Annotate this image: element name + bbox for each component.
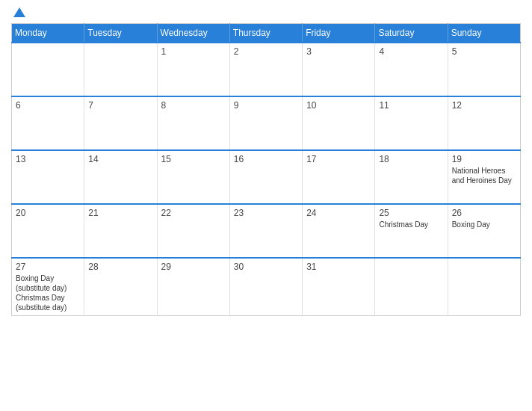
weekday-header-sunday: Sunday [448, 24, 520, 43]
day-cell: 30 [229, 258, 302, 316]
day-number: 29 [161, 262, 226, 272]
day-number: 16 [234, 154, 298, 164]
day-cell: 7 [84, 96, 157, 150]
day-cell: 22 [157, 204, 229, 258]
day-cell: 26Boxing Day [448, 204, 520, 258]
day-number: 4 [379, 46, 443, 57]
day-number: 15 [161, 154, 226, 164]
day-number: 5 [452, 46, 516, 57]
logo [11, 7, 25, 19]
day-cell: 10 [303, 96, 375, 150]
day-cell: 23 [229, 204, 302, 258]
event-label: Christmas Day [379, 220, 428, 229]
day-number: 2 [234, 46, 298, 57]
day-number: 19 [452, 154, 516, 164]
weekday-header-thursday: Thursday [229, 24, 302, 43]
week-row-5: 27Boxing Day (substitute day)Christmas D… [12, 258, 521, 316]
day-number: 18 [379, 154, 443, 164]
day-number: 31 [306, 262, 371, 272]
day-number: 27 [16, 262, 80, 272]
day-number: 11 [379, 100, 443, 111]
day-cell: 16 [229, 150, 302, 204]
weekday-header-wednesday: Wednesday [157, 24, 229, 43]
event-label: Christmas Day (substitute day) [16, 294, 66, 312]
day-cell: 28 [84, 258, 157, 316]
day-number: 28 [88, 262, 152, 272]
day-number: 20 [16, 208, 80, 218]
week-row-1: 12345 [12, 43, 521, 96]
day-cell: 29 [157, 258, 229, 316]
calendar-table: MondayTuesdayWednesdayThursdayFridaySatu… [11, 23, 521, 316]
day-cell [84, 43, 157, 96]
day-cell: 13 [12, 150, 84, 204]
weekday-header-friday: Friday [303, 24, 375, 43]
day-cell: 5 [448, 43, 520, 96]
day-number: 30 [234, 262, 298, 272]
day-number: 21 [88, 208, 152, 218]
day-number: 25 [379, 208, 443, 218]
day-cell: 11 [375, 96, 448, 150]
weekday-header-monday: Monday [12, 24, 84, 43]
week-row-3: 13141516171819National Heroes and Heroin… [12, 150, 521, 204]
day-cell: 24 [303, 204, 375, 258]
day-cell: 19National Heroes and Heroines Day [448, 150, 520, 204]
day-number: 1 [161, 46, 226, 57]
day-cell: 21 [84, 204, 157, 258]
event-label: National Heroes and Heroines Day [452, 167, 512, 185]
day-number: 17 [306, 154, 371, 164]
weekday-header-row: MondayTuesdayWednesdayThursdayFridaySatu… [12, 24, 521, 43]
day-cell: 2 [229, 43, 302, 96]
day-number: 3 [306, 46, 371, 57]
day-cell: 18 [375, 150, 448, 204]
weekday-header-tuesday: Tuesday [84, 24, 157, 43]
day-number: 14 [88, 154, 152, 164]
header [11, 7, 521, 19]
day-cell: 12 [448, 96, 520, 150]
day-cell: 31 [303, 258, 375, 316]
day-cell: 4 [375, 43, 448, 96]
day-number: 26 [452, 208, 516, 218]
day-number: 6 [16, 100, 80, 111]
day-cell [12, 43, 84, 96]
week-row-4: 202122232425Christmas Day26Boxing Day [12, 204, 521, 258]
day-cell: 27Boxing Day (substitute day)Christmas D… [12, 258, 84, 316]
day-number: 24 [306, 208, 371, 218]
event-label: Boxing Day [452, 220, 490, 229]
day-cell: 17 [303, 150, 375, 204]
day-number: 7 [88, 100, 152, 111]
day-number: 12 [452, 100, 516, 111]
day-cell [448, 258, 520, 316]
day-cell: 15 [157, 150, 229, 204]
day-cell: 14 [84, 150, 157, 204]
day-number: 22 [161, 208, 226, 218]
day-number: 9 [234, 100, 298, 111]
weekday-header-saturday: Saturday [375, 24, 448, 43]
day-cell: 20 [12, 204, 84, 258]
day-cell: 9 [229, 96, 302, 150]
day-cell: 1 [157, 43, 229, 96]
day-cell [375, 258, 448, 316]
day-number: 8 [161, 100, 226, 111]
day-cell: 25Christmas Day [375, 204, 448, 258]
week-row-2: 6789101112 [12, 96, 521, 150]
day-number: 13 [16, 154, 80, 164]
event-label: Boxing Day (substitute day) [16, 274, 66, 292]
day-number: 10 [306, 100, 371, 111]
day-number: 23 [234, 208, 298, 218]
logo-triangle-icon [13, 7, 25, 17]
day-cell: 8 [157, 96, 229, 150]
day-cell: 6 [12, 96, 84, 150]
day-cell: 3 [303, 43, 375, 96]
calendar-page: MondayTuesdayWednesdayThursdayFridaySatu… [0, 0, 532, 411]
